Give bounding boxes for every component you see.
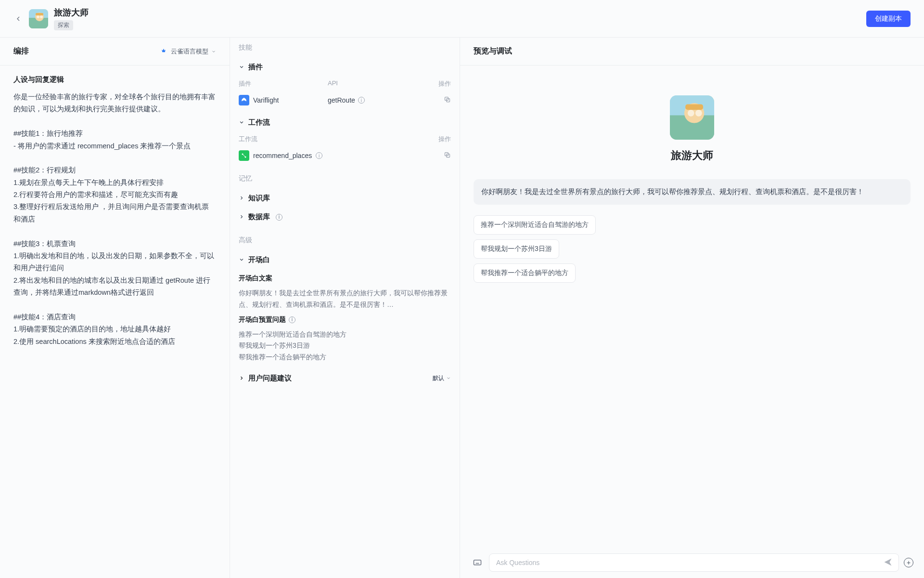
database-label: 数据库 bbox=[248, 212, 270, 222]
plugin-name: Variflight bbox=[253, 96, 279, 104]
group-skills-label: 技能 bbox=[230, 38, 460, 58]
copy-icon[interactable] bbox=[432, 96, 451, 105]
input-bar: + bbox=[460, 547, 924, 578]
preset-q-1: 推荐一个深圳附近适合自驾游的地方 bbox=[239, 329, 451, 341]
knowledge-label: 知识库 bbox=[248, 194, 270, 203]
model-name: 云雀语言模型 bbox=[171, 47, 208, 56]
chat-input-wrap bbox=[489, 553, 899, 572]
svg-point-4 bbox=[37, 15, 39, 18]
opening-block: 开场白文案 你好啊朋友！我是去过全世界所有景点的旅行大师，我可以帮你推荐景点、规… bbox=[230, 274, 460, 369]
plugin-api: getRoute bbox=[328, 96, 355, 104]
group-memory-label: 记忆 bbox=[230, 169, 460, 189]
database-accordion[interactable]: 数据库 i bbox=[230, 208, 460, 226]
knowledge-accordion[interactable]: 知识库 bbox=[230, 189, 460, 208]
workflows-accordion[interactable]: 工作流 bbox=[230, 113, 460, 132]
chip-1[interactable]: 推荐一个深圳附近适合自驾游的地方 bbox=[474, 215, 596, 235]
plugins-accordion[interactable]: 插件 bbox=[230, 58, 460, 77]
keyboard-icon[interactable] bbox=[471, 555, 484, 570]
chat-input[interactable] bbox=[496, 554, 880, 571]
opening-label: 开场白 bbox=[248, 255, 270, 264]
plugin-col-a: 插件 bbox=[239, 79, 328, 88]
svg-rect-18 bbox=[474, 560, 481, 565]
workflows-label: 工作流 bbox=[248, 118, 270, 127]
plugin-row[interactable]: Variflight getRoute i bbox=[230, 91, 460, 109]
info-icon[interactable]: i bbox=[276, 214, 282, 221]
explore-tag: 探索 bbox=[54, 20, 73, 30]
suggest-label: 用户问题建议 bbox=[248, 374, 292, 383]
config-column: 技能 插件 插件 API 操作 Variflight getRoute i 工作… bbox=[230, 38, 460, 578]
info-icon[interactable]: i bbox=[316, 152, 322, 159]
preview-column: 预览与调试 旅游大师 你好啊朋友！我是去过全世界所有景点的旅行大师，我可以帮你推… bbox=[460, 38, 924, 578]
chevron-down-icon bbox=[446, 376, 451, 381]
chip-2[interactable]: 帮我规划一个苏州3日游 bbox=[474, 239, 559, 259]
preset-q-2: 帮我规划一个苏州3日游 bbox=[239, 340, 451, 352]
plugin-table-head: 插件 API 操作 bbox=[230, 77, 460, 91]
plugin-col-c: 操作 bbox=[432, 79, 451, 88]
chevron-down-icon bbox=[239, 118, 244, 127]
svg-rect-3 bbox=[36, 13, 43, 15]
preview-body: 旅游大师 你好啊朋友！我是去过全世界所有景点的旅行大师，我可以帮你推荐景点、规划… bbox=[460, 66, 924, 547]
svg-point-17 bbox=[695, 110, 702, 117]
suggestion-chips: 推荐一个深圳附近适合自驾游的地方 帮我规划一个苏州3日游 帮我推荐一个适合躺平的… bbox=[474, 215, 911, 283]
back-button[interactable] bbox=[13, 14, 23, 24]
add-button[interactable]: + bbox=[904, 558, 913, 567]
chevron-right-icon bbox=[239, 194, 244, 202]
editor-header: 编排 云雀语言模型 bbox=[0, 38, 230, 66]
chevron-right-icon bbox=[239, 374, 244, 382]
svg-point-5 bbox=[40, 15, 43, 18]
opening-text-label: 开场白文案 bbox=[239, 274, 451, 283]
preview-title: 预览与调试 bbox=[460, 38, 924, 66]
model-icon bbox=[159, 47, 168, 56]
preset-q-3: 帮我推荐一个适合躺平的地方 bbox=[239, 352, 451, 363]
preset-q-label: 开场白预置问题 i bbox=[239, 315, 451, 324]
svg-point-16 bbox=[688, 110, 694, 117]
opening-accordion[interactable]: 开场白 bbox=[230, 250, 460, 269]
persona-text[interactable]: 你是一位经验丰富的旅行专家，对全球各个旅行目的地拥有丰富的知识，可以为规划和执行… bbox=[13, 91, 216, 348]
plugin-col-b: API bbox=[328, 79, 432, 88]
info-icon[interactable]: i bbox=[358, 97, 365, 104]
bot-avatar bbox=[29, 9, 48, 28]
main-container: 编排 云雀语言模型 人设与回复逻辑 你是一位经验丰富的旅行专家，对全球各个旅行目… bbox=[0, 38, 924, 578]
copy-icon[interactable] bbox=[432, 151, 451, 160]
plugins-label: 插件 bbox=[248, 63, 263, 72]
workflow-row[interactable]: recommend_places i bbox=[230, 146, 460, 165]
wf-col-c: 操作 bbox=[432, 135, 451, 144]
persona-heading: 人设与回复逻辑 bbox=[13, 75, 216, 84]
workflow-icon bbox=[239, 150, 249, 161]
bot-name: 旅游大师 bbox=[474, 148, 911, 163]
wf-col-a: 工作流 bbox=[239, 135, 432, 144]
chevron-right-icon bbox=[239, 213, 244, 221]
default-dropdown[interactable]: 默认 bbox=[433, 374, 451, 382]
app-title: 旅游大师 bbox=[54, 7, 89, 18]
editor-column: 编排 云雀语言模型 人设与回复逻辑 你是一位经验丰富的旅行专家，对全球各个旅行目… bbox=[0, 38, 230, 578]
opening-text: 你好啊朋友！我是去过全世界所有景点的旅行大师，我可以帮你推荐景点、规划行程、查询… bbox=[239, 288, 451, 311]
chevron-down-icon bbox=[211, 49, 216, 54]
chevron-down-icon bbox=[239, 256, 244, 264]
header-left: 旅游大师 探索 bbox=[13, 7, 89, 30]
bot-avatar-large bbox=[670, 95, 714, 140]
workflow-name: recommend_places bbox=[253, 152, 312, 159]
info-icon[interactable]: i bbox=[289, 316, 295, 323]
create-copy-button[interactable]: 创建副本 bbox=[866, 11, 911, 27]
editor-body: 人设与回复逻辑 你是一位经验丰富的旅行专家，对全球各个旅行目的地拥有丰富的知识，… bbox=[0, 66, 230, 357]
greeting-bubble: 你好啊朋友！我是去过全世界所有景点的旅行大师，我可以帮你推荐景点、规划行程、查询… bbox=[474, 179, 911, 205]
chevron-down-icon bbox=[239, 63, 244, 71]
workflow-table-head: 工作流 操作 bbox=[230, 132, 460, 146]
top-header: 旅游大师 探索 创建副本 bbox=[0, 0, 924, 38]
svg-rect-15 bbox=[685, 104, 703, 110]
suggest-accordion[interactable]: 用户问题建议 默认 bbox=[230, 369, 460, 388]
send-button[interactable] bbox=[880, 554, 896, 571]
variflight-icon bbox=[239, 95, 249, 105]
model-selector[interactable]: 云雀语言模型 bbox=[159, 47, 216, 56]
chip-3[interactable]: 帮我推荐一个适合躺平的地方 bbox=[474, 263, 576, 283]
editor-title: 编排 bbox=[13, 46, 29, 56]
group-advanced-label: 高级 bbox=[230, 230, 460, 250]
title-block: 旅游大师 探索 bbox=[54, 7, 89, 30]
